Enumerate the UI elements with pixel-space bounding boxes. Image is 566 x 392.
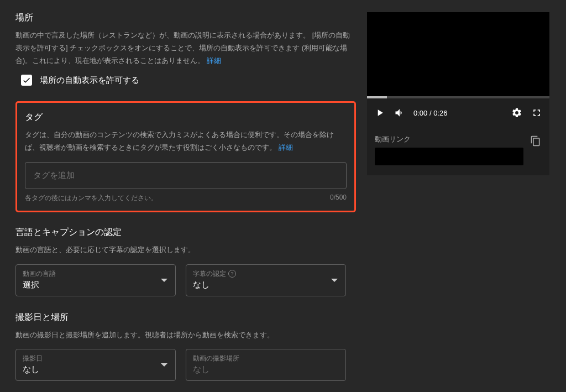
tags-counter: 0/500 [330,194,347,203]
tags-input[interactable]: タグを追加 [25,162,347,189]
video-link-label: 動画リンク [375,135,523,144]
recording-date-value: なし [23,364,169,375]
help-icon[interactable]: ? [228,270,236,278]
location-desc-line1: 動画の中で言及した場所（レストランなど）が、動画の説明に表示される場合があります… [15,31,310,39]
tags-title: タグ [25,112,347,123]
video-meta: 動画リンク [367,127,549,175]
language-title: 言語とキャプションの認定 [15,227,356,238]
recording-place-value: なし [193,364,339,375]
allow-auto-location-row: 場所の自動表示を許可する [15,75,356,86]
recording-desc: 動画の撮影日と撮影場所を追加します。視聴者は場所から動画を検索できます。 [15,329,356,342]
play-button[interactable] [374,107,386,119]
video-progress-bar[interactable] [367,96,549,98]
caption-cert-value: なし [193,280,339,290]
allow-auto-location-checkbox[interactable] [21,75,32,86]
video-language-select[interactable]: 動画の言語 選択 [15,264,176,296]
caption-cert-label: 字幕の認定 ? [193,269,339,279]
chevron-down-icon [161,363,167,367]
video-link-value [375,148,523,165]
recording-date-label: 撮影日 [23,354,169,363]
location-learn-more-link[interactable]: 詳細 [207,56,221,65]
video-time: 0:00 / 0:26 [413,109,503,117]
video-progress-fill [367,96,387,98]
recording-section: 撮影日と場所 動画の撮影日と撮影場所を追加します。視聴者は場所から動画を検索でき… [15,312,356,381]
chevron-down-icon [161,279,167,282]
play-icon [374,107,385,118]
tags-learn-more-link[interactable]: 詳細 [279,143,293,151]
caption-cert-select[interactable]: 字幕の認定 ? なし [186,264,346,296]
location-title: 場所 [15,12,356,24]
recording-place-label: 動画の撮影場所 [193,354,339,363]
gear-icon [511,107,522,118]
video-preview[interactable] [367,12,549,98]
tags-desc: タグは、自分の動画のコンテンツの検索で入力ミスがよくある場合に便利です。その場合… [25,129,347,154]
language-desc: 動画の言語と、必要に応じて字幕の認定を選択します。 [15,244,356,257]
location-desc: 動画の中で言及した場所（レストランなど）が、動画の説明に表示される場合があります… [15,29,356,67]
fullscreen-button[interactable] [531,107,543,119]
language-section: 言語とキャプションの認定 動画の言語と、必要に応じて字幕の認定を選択します。 動… [15,227,356,296]
recording-date-select[interactable]: 撮影日 なし [15,349,176,381]
volume-icon [394,107,405,118]
tags-placeholder: タグを追加 [33,170,75,180]
video-language-value: 選択 [23,280,169,290]
fullscreen-icon [531,107,542,118]
check-icon [22,76,31,85]
chevron-down-icon [331,279,338,282]
recording-place-select[interactable]: 動画の撮影場所 なし [186,349,346,381]
copy-link-button[interactable] [530,135,542,147]
video-controls: 0:00 / 0:26 [367,98,549,127]
settings-button[interactable] [511,107,523,119]
recording-title: 撮影日と場所 [15,312,356,323]
volume-button[interactable] [394,107,406,119]
location-section: 場所 動画の中で言及した場所（レストランなど）が、動画の説明に表示される場合があ… [15,12,356,86]
tags-section: タグ タグは、自分の動画のコンテンツの検索で入力ミスがよくある場合に便利です。そ… [15,101,356,212]
allow-auto-location-label: 場所の自動表示を許可する [40,75,139,86]
tags-hint: 各タグの後にはカンマを入力してください。 [25,194,158,203]
copy-icon [530,135,541,147]
video-language-label: 動画の言語 [23,269,169,279]
